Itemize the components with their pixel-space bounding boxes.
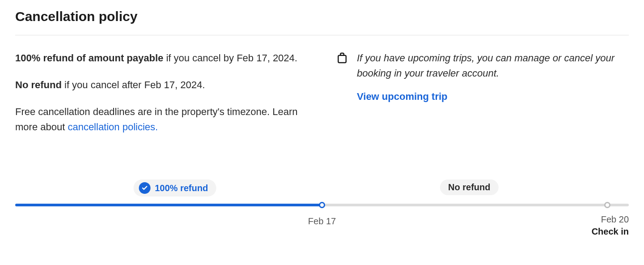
upcoming-trip-column: If you have upcoming trips, you can mana… bbox=[335, 51, 629, 135]
timeline-refund-badge: 100% refund bbox=[133, 180, 216, 197]
policy-text-column: 100% refund of amount payable if you can… bbox=[15, 51, 309, 135]
section-title: Cancellation policy bbox=[15, 9, 629, 24]
svg-rect-0 bbox=[338, 56, 346, 63]
timeline-norefund-badge: No refund bbox=[440, 180, 498, 195]
timeline-end-labels: Feb 20 Check in bbox=[592, 214, 629, 237]
policy-line-norefund-rest: if you cancel after Feb 17, 2024. bbox=[62, 79, 205, 90]
timeline-refund-label: 100% refund bbox=[155, 183, 208, 193]
timeline-endpoint bbox=[604, 202, 610, 208]
timeline-mid-date: Feb 17 bbox=[308, 216, 336, 227]
upcoming-trip-text: If you have upcoming trips, you can mana… bbox=[357, 51, 629, 135]
policy-line-norefund-bold: No refund bbox=[15, 79, 62, 90]
luggage-icon bbox=[335, 51, 349, 135]
timeline-checkin-label: Check in bbox=[592, 227, 629, 237]
upcoming-trip-description: If you have upcoming trips, you can mana… bbox=[357, 51, 629, 81]
timeline-fill bbox=[15, 204, 322, 206]
refund-timeline: 100% refund No refund Feb 17 Feb 20 Chec… bbox=[15, 180, 629, 233]
timeline-end-date: Feb 20 bbox=[601, 214, 629, 224]
divider bbox=[15, 35, 629, 35]
view-upcoming-trip-link[interactable]: View upcoming trip bbox=[357, 91, 448, 102]
policy-line-norefund: No refund if you cancel after Feb 17, 20… bbox=[15, 77, 309, 93]
check-icon bbox=[139, 182, 150, 194]
policy-line-refund-bold: 100% refund of amount payable bbox=[15, 52, 163, 64]
policy-line-refund: 100% refund of amount payable if you can… bbox=[15, 51, 309, 66]
policy-content-grid: 100% refund of amount payable if you can… bbox=[15, 51, 629, 135]
cancellation-policies-link[interactable]: cancellation policies. bbox=[68, 121, 158, 132]
timeline-midpoint bbox=[319, 202, 325, 208]
policy-line-deadline-note: Free cancellation deadlines are in the p… bbox=[15, 104, 309, 135]
policy-line-refund-rest: if you cancel by Feb 17, 2024. bbox=[163, 52, 297, 64]
timeline-norefund-label: No refund bbox=[448, 182, 490, 192]
